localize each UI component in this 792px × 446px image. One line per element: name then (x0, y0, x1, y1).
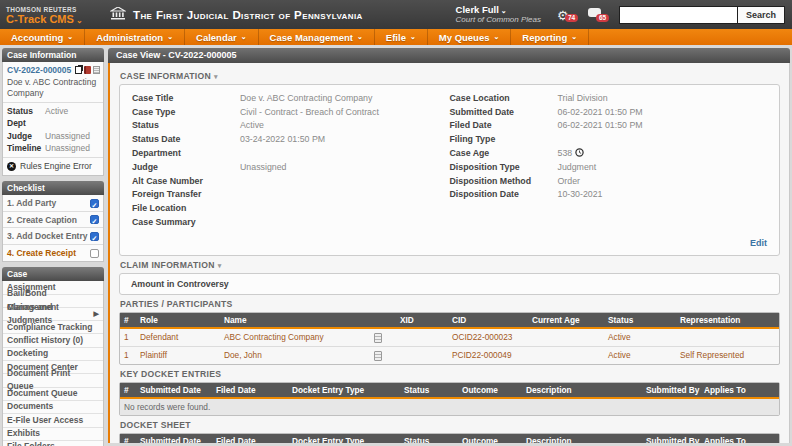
col-submitted-by: Submitted By (642, 383, 700, 398)
case-book-icon[interactable] (84, 66, 91, 74)
edit-button[interactable]: Edit (750, 238, 767, 248)
col-cid: CID (448, 313, 528, 328)
col-current-age: Current Age (528, 313, 604, 328)
party-name-link[interactable]: Doe, John (224, 350, 262, 360)
col-submitted-date: Submitted Date (136, 383, 212, 398)
cell-xid (396, 346, 448, 363)
section-case-information: CASE INFORMATION▾ (120, 71, 780, 81)
checklist-item-create-receipt[interactable]: 4. Create Receipt (3, 245, 103, 262)
party-cid-link[interactable]: PCID22-000049 (452, 350, 512, 360)
sidebar-item-claims-judgments[interactable]: Claims and Judgments ▶ (3, 308, 103, 321)
checkbox[interactable] (90, 249, 99, 258)
field-label: Judge (7, 131, 45, 141)
error-icon: ✕ (7, 162, 16, 171)
col-num: # (120, 434, 136, 443)
checklist-item-add-docket-entry[interactable]: 3. Add Docket Entry (3, 228, 103, 245)
sidebar-item-documents[interactable]: Documents (3, 401, 103, 414)
sidebar: Case Information CV-2022-000005 Doe v. A… (2, 48, 104, 443)
field-value: 10-30-2021 (558, 189, 603, 199)
cell-representation: Self Represented (676, 346, 779, 363)
submenu-arrow-icon: ▶ (94, 307, 99, 320)
case-notes-icon[interactable] (93, 66, 100, 74)
field-label: Case Summary (132, 217, 240, 227)
col-xid: XID (396, 313, 448, 328)
clock-icon[interactable] (575, 148, 584, 159)
case-information-box: Case TitleDoe v. ABC Contracting Company… (119, 84, 780, 256)
global-search: Search (619, 6, 785, 24)
field-value: 06-02-2021 01:50 PM (558, 107, 643, 117)
field-label: File Location (132, 203, 240, 213)
court-title-block: The First Judicial District of Pennsylva… (110, 6, 363, 24)
field-label: Disposition Method (450, 176, 558, 186)
checklist-item-add-party[interactable]: 1. Add Party (3, 195, 103, 212)
copy-case-icon[interactable] (75, 66, 82, 74)
sidebar-item-docketing[interactable]: Docketing (3, 348, 103, 361)
section-key-docket-entries: KEY DOCKET ENTRIES (120, 369, 780, 379)
amount-in-controversy-label: Amount in Controversy (131, 279, 229, 289)
checkbox[interactable] (90, 232, 99, 241)
party-document-icon[interactable] (374, 351, 382, 361)
search-button[interactable]: Search (737, 6, 785, 24)
col-representation: Representation (676, 313, 779, 328)
field-label: Submitted Date (450, 107, 558, 117)
col-status: Status (400, 434, 458, 443)
party-cid-link[interactable]: OCID22-000023 (452, 332, 512, 342)
col-filed-date: Filed Date (212, 383, 288, 398)
col-description: Description (522, 434, 642, 443)
main-panel: Case View - CV-2022-000005 CASE INFORMAT… (108, 48, 790, 443)
field-value: Unassigned (45, 131, 90, 141)
menu-efile[interactable]: Efile (375, 29, 428, 45)
sidebar-item-exhibits[interactable]: Exhibits (3, 428, 103, 441)
section-title: PARTIES / PARTICIPANTS (120, 299, 233, 309)
collapse-caret-icon[interactable]: ▾ (214, 73, 218, 80)
col-submitted-by: Submitted By (642, 434, 700, 443)
party-document-icon[interactable] (374, 333, 382, 343)
message-notifications[interactable]: 65 (588, 6, 603, 24)
field-value: Trial Division (558, 93, 608, 103)
checkbox[interactable] (90, 199, 99, 208)
checklist-item-create-caption[interactable]: 2. Create Caption (3, 212, 103, 229)
field-value: Unassigned (240, 162, 286, 172)
section-title: KEY DOCKET ENTRIES (120, 369, 221, 379)
party-role-link[interactable]: Defendant (140, 332, 178, 342)
user-name[interactable]: Clerk Full (456, 4, 541, 15)
col-applies-to: Applies To (700, 434, 750, 443)
menu-calendar[interactable]: Calendar (185, 29, 259, 45)
checklist-label: 2. Create Caption (7, 215, 77, 225)
case-number-link[interactable]: CV-2022-000005 (7, 65, 71, 75)
field-label: Status (7, 106, 45, 116)
menu-case-management[interactable]: Case Management (259, 29, 375, 45)
search-input[interactable] (619, 6, 737, 24)
col-outcome: Outcome (458, 383, 522, 398)
menu-administration[interactable]: Administration (85, 29, 185, 45)
rules-engine-error[interactable]: ✕ Rules Engine Error (3, 157, 103, 175)
sidebar-item-efile-user-access[interactable]: E-File User Access (3, 414, 103, 427)
collapse-caret-icon[interactable]: ▾ (218, 262, 222, 269)
party-role-link[interactable]: Plaintiff (140, 350, 167, 360)
sidebar-item-document-print-queue[interactable]: Document Print Queue (3, 374, 103, 387)
brand-product-menu[interactable]: C-Track CMS (6, 14, 98, 26)
sidebar-item-compliance[interactable]: Compliance Tracking (3, 321, 103, 334)
cell-xid (396, 328, 448, 346)
menu-accounting[interactable]: Accounting (0, 29, 85, 45)
col-num: # (120, 383, 136, 398)
section-title: DOCKET SHEET (120, 420, 191, 430)
checklist-label: 1. Add Party (7, 198, 56, 208)
menu-reporting[interactable]: Reporting (511, 29, 589, 45)
field-value: 06-02-2021 01:50 PM (558, 120, 643, 130)
field-label: Judge (132, 162, 240, 172)
user-menu[interactable]: Clerk Full Court of Common Pleas (456, 4, 541, 25)
sidebar-item-file-folders[interactable]: File Folders (3, 441, 103, 446)
field-value: Order (558, 176, 581, 186)
user-subtitle: Court of Common Pleas (456, 15, 541, 25)
settings-notifications[interactable]: ⚙ 74 (557, 6, 572, 24)
col-role: Role (136, 313, 220, 328)
party-name-link[interactable]: ABC Contracting Company (224, 332, 324, 342)
case-menu-panel: Case Assignment Bail/Bond Management Cla… (2, 267, 104, 446)
checkbox[interactable] (90, 215, 99, 224)
menu-my-queues[interactable]: My Queues (428, 29, 512, 45)
field-value: Unassigned (45, 143, 90, 153)
field-label: Case Title (132, 93, 240, 103)
sidebar-item-conflict-history[interactable]: Conflict History (0) (3, 334, 103, 347)
brand-logo[interactable]: THOMSON REUTERS C-Track CMS (0, 4, 98, 25)
